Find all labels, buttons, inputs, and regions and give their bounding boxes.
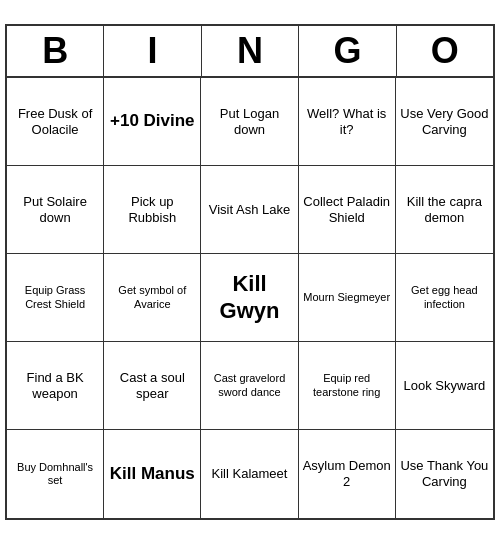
- bingo-cell-5: Put Solaire down: [7, 166, 104, 254]
- bingo-cell-10: Equip Grass Crest Shield: [7, 254, 104, 342]
- cell-text-14: Get egg head infection: [400, 284, 489, 310]
- bingo-cell-17: Cast gravelord sword dance: [201, 342, 298, 430]
- bingo-cell-19: Look Skyward: [396, 342, 493, 430]
- cell-text-18: Equip red tearstone ring: [303, 372, 391, 398]
- cell-text-4: Use Very Good Carving: [400, 106, 489, 137]
- header-letter-o: O: [397, 26, 493, 78]
- cell-text-23: Asylum Demon 2: [303, 458, 391, 489]
- cell-text-15: Find a BK weapon: [11, 370, 99, 401]
- cell-text-21: Kill Manus: [110, 464, 195, 484]
- bingo-grid: Free Dusk of Oolacile+10 DivinePut Logan…: [7, 78, 493, 518]
- header-letter-b: B: [7, 26, 104, 78]
- bingo-cell-15: Find a BK weapon: [7, 342, 104, 430]
- bingo-cell-6: Pick up Rubbish: [104, 166, 201, 254]
- cell-text-10: Equip Grass Crest Shield: [11, 284, 99, 310]
- cell-text-0: Free Dusk of Oolacile: [11, 106, 99, 137]
- bingo-cell-23: Asylum Demon 2: [299, 430, 396, 518]
- cell-text-13: Mourn Siegmeyer: [303, 291, 390, 304]
- bingo-cell-22: Kill Kalameet: [201, 430, 298, 518]
- cell-text-24: Use Thank You Carving: [400, 458, 489, 489]
- cell-text-12: Kill Gwyn: [205, 271, 293, 324]
- header-letter-n: N: [202, 26, 299, 78]
- bingo-cell-1: +10 Divine: [104, 78, 201, 166]
- bingo-cell-16: Cast a soul spear: [104, 342, 201, 430]
- cell-text-22: Kill Kalameet: [212, 466, 288, 482]
- bingo-header: BINGO: [7, 26, 493, 78]
- bingo-cell-4: Use Very Good Carving: [396, 78, 493, 166]
- bingo-cell-11: Get symbol of Avarice: [104, 254, 201, 342]
- cell-text-2: Put Logan down: [205, 106, 293, 137]
- bingo-cell-14: Get egg head infection: [396, 254, 493, 342]
- bingo-cell-0: Free Dusk of Oolacile: [7, 78, 104, 166]
- cell-text-19: Look Skyward: [404, 378, 486, 394]
- bingo-cell-8: Collect Paladin Shield: [299, 166, 396, 254]
- bingo-cell-24: Use Thank You Carving: [396, 430, 493, 518]
- cell-text-16: Cast a soul spear: [108, 370, 196, 401]
- bingo-cell-2: Put Logan down: [201, 78, 298, 166]
- cell-text-8: Collect Paladin Shield: [303, 194, 391, 225]
- cell-text-20: Buy Domhnall's set: [11, 461, 99, 487]
- cell-text-11: Get symbol of Avarice: [108, 284, 196, 310]
- header-letter-g: G: [299, 26, 396, 78]
- cell-text-7: Visit Ash Lake: [209, 202, 290, 218]
- cell-text-9: Kill the capra demon: [400, 194, 489, 225]
- cell-text-1: +10 Divine: [110, 111, 195, 131]
- bingo-cell-20: Buy Domhnall's set: [7, 430, 104, 518]
- bingo-cell-9: Kill the capra demon: [396, 166, 493, 254]
- cell-text-5: Put Solaire down: [11, 194, 99, 225]
- cell-text-17: Cast gravelord sword dance: [205, 372, 293, 398]
- bingo-card: BINGO Free Dusk of Oolacile+10 DivinePut…: [5, 24, 495, 520]
- bingo-cell-7: Visit Ash Lake: [201, 166, 298, 254]
- header-letter-i: I: [104, 26, 201, 78]
- bingo-cell-12: Kill Gwyn: [201, 254, 298, 342]
- bingo-cell-3: Well? What is it?: [299, 78, 396, 166]
- cell-text-3: Well? What is it?: [303, 106, 391, 137]
- bingo-cell-18: Equip red tearstone ring: [299, 342, 396, 430]
- bingo-cell-21: Kill Manus: [104, 430, 201, 518]
- cell-text-6: Pick up Rubbish: [108, 194, 196, 225]
- bingo-cell-13: Mourn Siegmeyer: [299, 254, 396, 342]
